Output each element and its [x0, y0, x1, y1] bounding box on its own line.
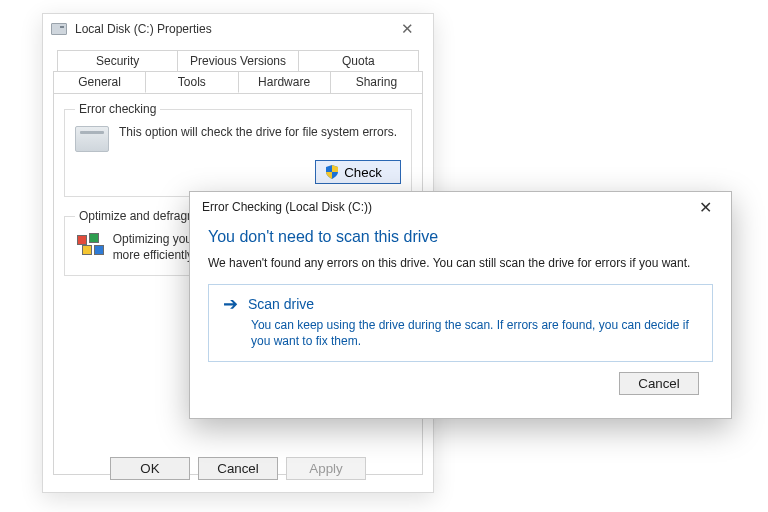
titlebar[interactable]: Local Disk (C:) Properties ✕	[43, 14, 433, 44]
tab-quota[interactable]: Quota	[298, 50, 419, 72]
dialog-cancel-button[interactable]: Cancel	[619, 372, 699, 395]
group-error-checking: Error checking This option will check th…	[64, 102, 412, 197]
dialog-button-row: OK Cancel Apply	[43, 457, 433, 480]
dialog-heading: You don't need to scan this drive	[208, 228, 713, 246]
close-icon[interactable]: ✕	[683, 195, 727, 219]
tab-row-back: Security Previous Versions Quota	[57, 50, 419, 72]
close-icon[interactable]: ✕	[387, 17, 427, 41]
harddrive-icon	[75, 126, 109, 152]
dialog-titlebar[interactable]: Error Checking (Local Disk (C:)) ✕	[190, 192, 731, 222]
dialog-title: Error Checking (Local Disk (C:))	[202, 200, 683, 214]
scan-drive-option[interactable]: ➔ Scan drive You can keep using the driv…	[208, 284, 713, 362]
shield-icon	[326, 165, 338, 179]
tab-sharing[interactable]: Sharing	[330, 71, 423, 93]
apply-button: Apply	[286, 457, 366, 480]
cancel-button[interactable]: Cancel	[198, 457, 278, 480]
window-title: Local Disk (C:) Properties	[75, 22, 387, 36]
tab-tools[interactable]: Tools	[145, 71, 238, 93]
tab-row-front: General Tools Hardware Sharing	[53, 71, 423, 93]
tab-security[interactable]: Security	[57, 50, 178, 72]
error-checking-text: This option will check the drive for fil…	[119, 124, 397, 140]
defrag-icon	[75, 233, 103, 263]
arrow-right-icon: ➔	[223, 295, 238, 313]
scan-drive-sub: You can keep using the drive during the …	[251, 317, 698, 349]
dialog-message: We haven't found any errors on this driv…	[208, 256, 713, 270]
tab-general[interactable]: General	[53, 71, 146, 93]
tab-hardware[interactable]: Hardware	[238, 71, 331, 93]
tab-previous-versions[interactable]: Previous Versions	[177, 50, 298, 72]
check-button-label: Check	[344, 165, 382, 180]
scan-drive-label: Scan drive	[248, 296, 314, 312]
ok-button[interactable]: OK	[110, 457, 190, 480]
error-checking-dialog: Error Checking (Local Disk (C:)) ✕ You d…	[189, 191, 732, 419]
drive-icon	[51, 23, 67, 35]
group-legend: Error checking	[75, 102, 160, 116]
check-button[interactable]: Check	[315, 160, 401, 184]
